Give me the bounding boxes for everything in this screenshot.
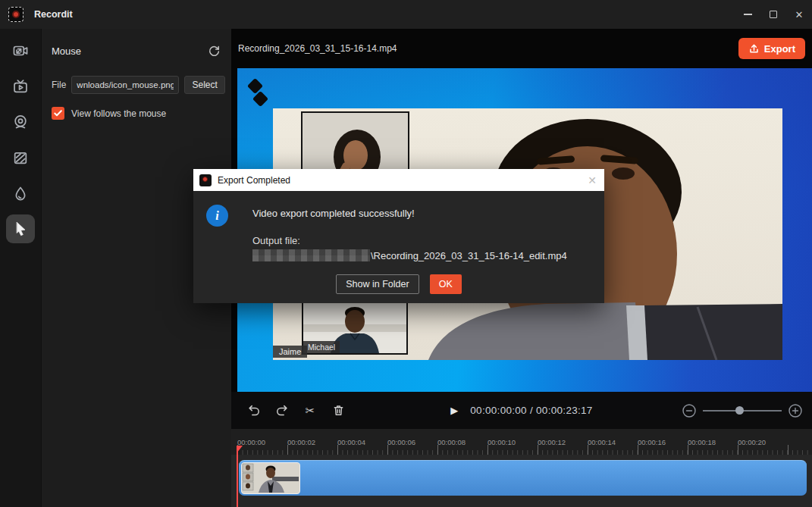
export-upload-icon <box>748 43 760 55</box>
clip-thumbnail-image <box>242 463 299 493</box>
player-controls: ✂ ▶ 00:00:00:00 / 00:00:23:17 <box>231 392 812 429</box>
sidebar-item-watermark[interactable] <box>6 179 35 208</box>
sidebar <box>0 29 41 507</box>
timeline-playhead[interactable] <box>237 446 238 507</box>
cut-button[interactable]: ✂ <box>303 404 317 418</box>
file-label: File <box>52 80 66 90</box>
output-path-row: \Recording_2026_03_31_15-16-14_edit.mp4 <box>252 249 567 261</box>
app-title: Recordit <box>34 9 73 20</box>
cursor-icon <box>11 220 30 238</box>
redo-button[interactable] <box>275 404 289 418</box>
zoom-in-button[interactable] <box>788 403 803 418</box>
file-path-input[interactable] <box>71 76 179 94</box>
play-button[interactable]: ▶ <box>450 405 458 416</box>
dialog-close-button[interactable]: ✕ <box>588 174 597 186</box>
sidebar-item-background[interactable] <box>6 143 35 172</box>
background-icon <box>12 149 29 166</box>
sidebar-item-screen-record[interactable] <box>6 36 35 65</box>
maximize-button[interactable] <box>760 0 786 29</box>
dialog-title: Export Completed <box>218 175 290 186</box>
droplet-icon <box>12 185 29 202</box>
window-controls: ✕ <box>735 0 812 29</box>
pip-participant-bottom: Michael <box>302 302 408 355</box>
stage-header: Recording_2026_03_31_15-16-14.mp4 Export <box>231 29 812 68</box>
trash-icon <box>332 404 345 417</box>
reset-button[interactable] <box>206 43 221 58</box>
select-file-button[interactable]: Select <box>184 76 225 94</box>
checkmark-icon <box>54 110 62 117</box>
playhead-flag-icon <box>237 446 243 453</box>
dialog-app-logo-icon <box>199 174 212 186</box>
sidebar-item-mouse[interactable] <box>6 214 35 243</box>
screen-record-icon <box>12 42 29 59</box>
time-display: 00:00:00:00 / 00:00:23:17 <box>470 405 592 416</box>
dialog-titlebar: Export Completed ✕ <box>193 169 604 191</box>
output-file-label: Output file: <box>252 235 300 246</box>
undo-button[interactable] <box>247 404 261 418</box>
view-follows-mouse-label: View follows the mouse <box>71 108 166 119</box>
minimize-button[interactable] <box>735 0 760 29</box>
app-window: Recordit ✕ <box>0 0 812 507</box>
dialog-body: i Video export completed successfully! O… <box>193 191 604 303</box>
participant-name-tag: Jaime <box>273 346 307 358</box>
webcam-icon <box>12 114 29 130</box>
zoom-out-button[interactable] <box>682 403 697 418</box>
timeline-ruler[interactable]: 00:00:0000:00:0200:00:0400:00:0600:00:08… <box>231 429 812 455</box>
tv-play-icon <box>12 78 29 95</box>
clip-thumbnail <box>241 462 300 494</box>
sidebar-item-tv-preview[interactable] <box>6 72 35 101</box>
export-button-label: Export <box>764 43 795 55</box>
export-completed-dialog: Export Completed ✕ i Video export comple… <box>193 169 604 303</box>
close-button[interactable]: ✕ <box>786 0 812 29</box>
zoom-slider[interactable] <box>703 405 782 416</box>
timeline-track <box>231 455 812 507</box>
info-icon: i <box>206 205 228 227</box>
delete-button[interactable] <box>331 404 345 418</box>
timeline-zoom-controls <box>682 403 803 418</box>
edit-tools: ✂ <box>247 404 345 418</box>
panel-title: Mouse <box>52 45 81 57</box>
show-in-folder-button[interactable]: Show in Folder <box>336 274 419 294</box>
export-button[interactable]: Export <box>738 38 805 59</box>
zoom-slider-handle[interactable] <box>735 406 744 415</box>
output-path-text: \Recording_2026_03_31_15-16-14_edit.mp4 <box>371 250 567 261</box>
view-follows-mouse-checkbox[interactable] <box>52 107 64 120</box>
recording-filename: Recording_2026_03_31_15-16-14.mp4 <box>238 43 397 54</box>
undo-icon <box>247 404 261 418</box>
dialog-message: Video export completed successfully! <box>252 208 415 219</box>
redacted-path-block <box>252 249 370 261</box>
titlebar: Recordit ✕ <box>0 0 812 29</box>
app-logo-icon <box>8 7 24 22</box>
maximize-icon <box>770 11 777 18</box>
reset-icon <box>208 45 221 58</box>
sidebar-item-webcam[interactable] <box>6 108 35 136</box>
ok-button[interactable]: OK <box>430 274 462 294</box>
video-clip[interactable] <box>239 460 807 496</box>
minimize-icon <box>744 14 752 15</box>
dialog-buttons: Show in Folder OK <box>193 274 604 294</box>
participant-name-tag: Michael <box>303 341 340 353</box>
ruler-ticks <box>237 445 812 455</box>
redo-icon <box>275 404 289 418</box>
